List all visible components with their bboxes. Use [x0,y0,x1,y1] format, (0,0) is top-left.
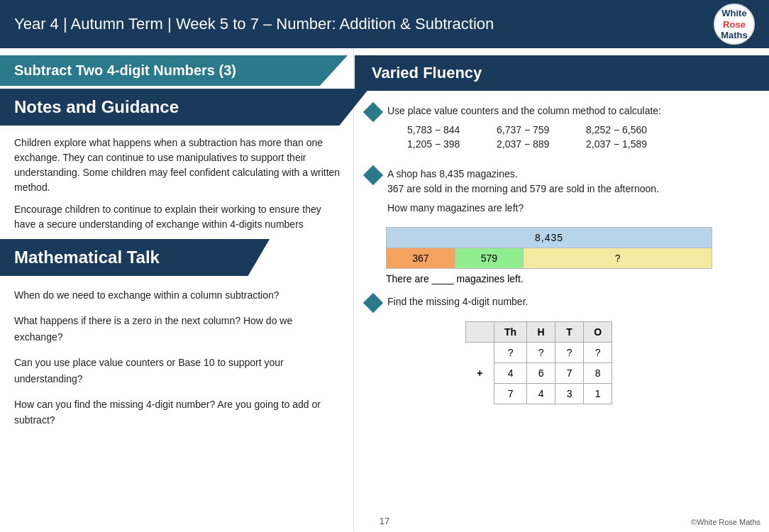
eq-6: 2,037 − 1,589 [586,138,661,150]
fluency-item2-intro: A shop has 8,435 magazines. [387,167,659,182]
right-column: Varied Fluency Use place value counters … [355,48,769,532]
talk-question-1: When do we need to exchange within a col… [14,287,341,303]
notes-heading: Notes and Guidance [0,89,369,126]
pv-header-o: O [584,322,612,343]
header: Year 4 | Autumn Term | Week 5 to 7 – Num… [0,0,769,48]
talk-question-3: Can you use place value counters or Base… [14,355,341,387]
pv-row2-th: 4 [494,363,527,384]
pv-row2-sign: + [466,363,494,384]
pv-row1-sign [466,343,494,363]
pv-header-t: T [555,322,584,343]
pv-row1-th: ? [494,343,527,363]
fluency-item-1: Use place value counters and the column … [366,104,758,155]
pv-row3-o: 1 [584,384,612,404]
magazine-cell2: 579 [455,248,524,269]
fluency-heading: Varied Fluency [355,55,769,91]
eq-5: 2,037 − 889 [497,138,572,150]
pv-row3-sign [466,384,494,404]
notes-paragraph1: Children explore what happens when a sub… [0,135,355,195]
fluency-item3-instruction: Find the missing 4-digit number. [387,294,528,309]
pv-row3-t: 3 [555,384,584,404]
pv-row1-h: ? [527,343,555,363]
eq-1: 5,783 − 844 [407,124,482,135]
fluency-item1-instruction: Use place value counters and the column … [387,104,661,118]
pv-row2-o: 8 [584,363,612,384]
equations-grid: 5,783 − 844 6,737 − 759 8,252 − 6,560 1,… [407,124,661,150]
fluency-item-3: Find the missing 4-digit number. [366,294,758,310]
talk-questions: When do we need to exchange within a col… [0,287,355,428]
fluency-item2-detail: 367 are sold in the morning and 579 are … [387,182,659,196]
pv-row1-o: ? [584,343,612,363]
magazine-table: 8,435 367 579 ? [386,227,712,269]
talk-question-2: What happens if there is a zero in the n… [14,313,341,345]
pv-header-blank [466,322,494,343]
logo: White Rose Maths [714,4,755,45]
header-title: Year 4 | Autumn Term | Week 5 to 7 – Num… [14,15,494,33]
logo-maths: Maths [721,30,748,40]
copyright: ©White Rose Maths [691,518,760,526]
eq-2: 6,737 − 759 [497,124,572,135]
fluency-body: Use place value counters and the column … [355,104,769,404]
page-number: 17 [380,516,389,526]
magazine-cell3: ? [524,248,712,269]
pv-row1-t: ? [555,343,584,363]
logo-rose: Rose [723,19,746,30]
logo-white: White [721,8,746,19]
diamond-icon-2 [363,165,383,185]
math-talk-heading: Mathematical Talk [0,239,270,276]
pv-row2-h: 6 [527,363,555,384]
section-title-bar: Subtract Two 4-digit Numbers (3) [0,55,348,86]
magazines-left-text: There are ____ magazines left. [386,273,758,284]
diamond-icon-1 [363,102,383,122]
eq-3: 8,252 − 6,560 [586,124,661,135]
place-value-table: Th H T O ? ? ? ? + 4 6 7 8 7 [465,321,612,404]
pv-header-th: Th [494,322,527,343]
talk-question-4: How can you find the missing 4-digit num… [14,397,341,428]
pv-row3-h: 4 [527,384,555,404]
magazine-cell1: 367 [387,248,455,269]
magazine-total: 8,435 [387,228,712,248]
notes-paragraph2: Encourage children to continue to explai… [0,202,355,232]
eq-4: 1,205 − 398 [407,138,482,150]
pv-row3-th: 7 [494,384,527,404]
pv-row2-t: 7 [555,363,584,384]
fluency-item2-question: How many magazines are left? [387,201,659,216]
fluency-item-2: A shop has 8,435 magazines. 367 are sold… [366,167,758,216]
diamond-icon-3 [363,293,383,313]
pv-header-h: H [527,322,555,343]
left-column: Subtract Two 4-digit Numbers (3) Notes a… [0,48,355,532]
